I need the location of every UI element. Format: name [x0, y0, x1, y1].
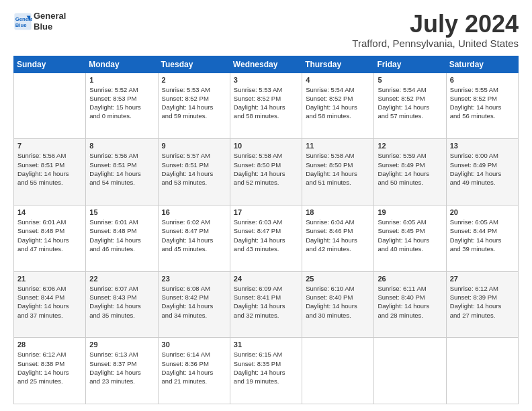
- col-tuesday: Tuesday: [158, 56, 230, 73]
- day-number: 19: [378, 208, 442, 216]
- day-info: Sunrise: 5:56 AM Sunset: 8:51 PM Dayligh…: [89, 151, 154, 187]
- day-info: Sunrise: 5:53 AM Sunset: 8:52 PM Dayligh…: [234, 85, 298, 121]
- calendar-table: Sunday Monday Tuesday Wednesday Thursday…: [13, 56, 519, 404]
- calendar-cell: 24Sunrise: 6:09 AM Sunset: 8:41 PM Dayli…: [230, 271, 302, 338]
- calendar-cell: 4Sunrise: 5:54 AM Sunset: 8:52 PM Daylig…: [302, 73, 374, 139]
- day-number: 30: [162, 340, 226, 349]
- calendar-cell: 14Sunrise: 6:01 AM Sunset: 8:48 PM Dayli…: [14, 205, 86, 271]
- day-number: 28: [17, 340, 82, 349]
- calendar-cell: 6Sunrise: 5:55 AM Sunset: 8:52 PM Daylig…: [446, 73, 518, 139]
- calendar-cell: 8Sunrise: 5:56 AM Sunset: 8:51 PM Daylig…: [86, 139, 158, 205]
- day-info: Sunrise: 5:56 AM Sunset: 8:51 PM Dayligh…: [17, 151, 82, 187]
- day-number: 11: [306, 142, 370, 150]
- calendar-cell: [446, 338, 518, 404]
- logo-line2: Blue: [34, 21, 66, 32]
- day-number: 6: [450, 76, 515, 84]
- day-number: 3: [234, 76, 298, 84]
- calendar-cell: 21Sunrise: 6:06 AM Sunset: 8:44 PM Dayli…: [14, 271, 86, 338]
- day-info: Sunrise: 6:05 AM Sunset: 8:45 PM Dayligh…: [378, 218, 442, 253]
- calendar-week-row: 1Sunrise: 5:52 AM Sunset: 8:53 PM Daylig…: [14, 73, 519, 139]
- logo: General Blue General Blue: [13, 11, 66, 32]
- day-number: 8: [89, 142, 154, 150]
- day-info: Sunrise: 6:07 AM Sunset: 8:43 PM Dayligh…: [89, 284, 154, 320]
- day-number: 18: [306, 208, 370, 216]
- calendar-cell: [374, 338, 446, 404]
- col-friday: Friday: [374, 56, 446, 73]
- day-info: Sunrise: 6:13 AM Sunset: 8:37 PM Dayligh…: [89, 350, 154, 385]
- calendar-cell: 15Sunrise: 6:01 AM Sunset: 8:48 PM Dayli…: [86, 205, 158, 271]
- calendar-cell: 2Sunrise: 5:53 AM Sunset: 8:52 PM Daylig…: [158, 73, 230, 139]
- day-info: Sunrise: 6:00 AM Sunset: 8:49 PM Dayligh…: [450, 151, 515, 187]
- calendar-cell: 25Sunrise: 6:10 AM Sunset: 8:40 PM Dayli…: [302, 271, 374, 338]
- calendar-cell: 23Sunrise: 6:08 AM Sunset: 8:42 PM Dayli…: [158, 271, 230, 338]
- title-area: July 2024 Trafford, Pennsylvania, United…: [352, 11, 519, 49]
- day-number: 16: [162, 208, 226, 216]
- calendar-cell: 12Sunrise: 5:59 AM Sunset: 8:49 PM Dayli…: [374, 139, 446, 205]
- calendar-cell: 30Sunrise: 6:14 AM Sunset: 8:36 PM Dayli…: [158, 338, 230, 404]
- calendar-cell: 9Sunrise: 5:57 AM Sunset: 8:51 PM Daylig…: [158, 139, 230, 205]
- day-number: 20: [450, 208, 515, 216]
- day-info: Sunrise: 5:58 AM Sunset: 8:50 PM Dayligh…: [234, 151, 298, 187]
- calendar-cell: 1Sunrise: 5:52 AM Sunset: 8:53 PM Daylig…: [86, 73, 158, 139]
- day-info: Sunrise: 5:52 AM Sunset: 8:53 PM Dayligh…: [89, 85, 154, 121]
- col-sunday: Sunday: [14, 56, 86, 73]
- calendar-week-row: 28Sunrise: 6:12 AM Sunset: 8:38 PM Dayli…: [14, 338, 519, 404]
- day-number: 22: [89, 275, 154, 283]
- calendar-cell: 22Sunrise: 6:07 AM Sunset: 8:43 PM Dayli…: [86, 271, 158, 338]
- calendar-cell: 19Sunrise: 6:05 AM Sunset: 8:45 PM Dayli…: [374, 205, 446, 271]
- calendar-cell: 31Sunrise: 6:15 AM Sunset: 8:35 PM Dayli…: [230, 338, 302, 404]
- day-info: Sunrise: 5:54 AM Sunset: 8:52 PM Dayligh…: [378, 85, 442, 121]
- calendar-cell: 3Sunrise: 5:53 AM Sunset: 8:52 PM Daylig…: [230, 73, 302, 139]
- day-info: Sunrise: 6:06 AM Sunset: 8:44 PM Dayligh…: [17, 284, 82, 320]
- day-number: 31: [234, 340, 298, 349]
- day-number: 12: [378, 142, 442, 150]
- calendar-cell: 18Sunrise: 6:04 AM Sunset: 8:46 PM Dayli…: [302, 205, 374, 271]
- day-info: Sunrise: 5:58 AM Sunset: 8:50 PM Dayligh…: [306, 151, 370, 187]
- day-number: 7: [17, 142, 82, 150]
- day-info: Sunrise: 6:03 AM Sunset: 8:47 PM Dayligh…: [234, 218, 298, 253]
- calendar-cell: 11Sunrise: 5:58 AM Sunset: 8:50 PM Dayli…: [302, 139, 374, 205]
- day-number: 25: [306, 275, 370, 283]
- day-number: 14: [17, 208, 82, 216]
- day-number: 24: [234, 275, 298, 283]
- calendar-cell: 20Sunrise: 6:05 AM Sunset: 8:44 PM Dayli…: [446, 205, 518, 271]
- day-info: Sunrise: 6:10 AM Sunset: 8:40 PM Dayligh…: [306, 284, 370, 320]
- header: General Blue General Blue July 2024 Traf…: [13, 11, 519, 49]
- calendar-cell: 17Sunrise: 6:03 AM Sunset: 8:47 PM Dayli…: [230, 205, 302, 271]
- calendar-cell: 16Sunrise: 6:02 AM Sunset: 8:47 PM Dayli…: [158, 205, 230, 271]
- col-wednesday: Wednesday: [230, 56, 302, 73]
- calendar-cell: 5Sunrise: 5:54 AM Sunset: 8:52 PM Daylig…: [374, 73, 446, 139]
- col-thursday: Thursday: [302, 56, 374, 73]
- day-number: 10: [234, 142, 298, 150]
- subtitle: Trafford, Pennsylvania, United States: [352, 38, 519, 49]
- day-info: Sunrise: 6:04 AM Sunset: 8:46 PM Dayligh…: [306, 218, 370, 253]
- calendar-week-row: 7Sunrise: 5:56 AM Sunset: 8:51 PM Daylig…: [14, 139, 519, 205]
- day-info: Sunrise: 6:14 AM Sunset: 8:36 PM Dayligh…: [162, 350, 226, 385]
- day-number: 29: [89, 340, 154, 349]
- day-info: Sunrise: 6:01 AM Sunset: 8:48 PM Dayligh…: [17, 218, 82, 253]
- col-monday: Monday: [86, 56, 158, 73]
- calendar-week-row: 21Sunrise: 6:06 AM Sunset: 8:44 PM Dayli…: [14, 271, 519, 338]
- main-title: July 2024: [352, 11, 519, 38]
- day-number: 23: [162, 275, 226, 283]
- day-number: 27: [450, 275, 515, 283]
- day-info: Sunrise: 6:01 AM Sunset: 8:48 PM Dayligh…: [89, 218, 154, 253]
- day-info: Sunrise: 6:09 AM Sunset: 8:41 PM Dayligh…: [234, 284, 298, 320]
- calendar-cell: 28Sunrise: 6:12 AM Sunset: 8:38 PM Dayli…: [14, 338, 86, 404]
- calendar-cell: 10Sunrise: 5:58 AM Sunset: 8:50 PM Dayli…: [230, 139, 302, 205]
- calendar-cell: 7Sunrise: 5:56 AM Sunset: 8:51 PM Daylig…: [14, 139, 86, 205]
- day-info: Sunrise: 6:11 AM Sunset: 8:40 PM Dayligh…: [378, 284, 442, 320]
- day-number: 5: [378, 76, 442, 84]
- day-number: 26: [378, 275, 442, 283]
- day-info: Sunrise: 6:12 AM Sunset: 8:39 PM Dayligh…: [450, 284, 515, 320]
- day-number: 13: [450, 142, 515, 150]
- day-info: Sunrise: 6:02 AM Sunset: 8:47 PM Dayligh…: [162, 218, 226, 253]
- calendar-cell: 27Sunrise: 6:12 AM Sunset: 8:39 PM Dayli…: [446, 271, 518, 338]
- calendar-cell: 29Sunrise: 6:13 AM Sunset: 8:37 PM Dayli…: [86, 338, 158, 404]
- col-saturday: Saturday: [446, 56, 518, 73]
- calendar-cell: 26Sunrise: 6:11 AM Sunset: 8:40 PM Dayli…: [374, 271, 446, 338]
- day-info: Sunrise: 6:12 AM Sunset: 8:38 PM Dayligh…: [17, 350, 82, 385]
- logo-text: General Blue: [34, 11, 66, 32]
- day-number: 4: [306, 76, 370, 84]
- day-info: Sunrise: 6:08 AM Sunset: 8:42 PM Dayligh…: [162, 284, 226, 320]
